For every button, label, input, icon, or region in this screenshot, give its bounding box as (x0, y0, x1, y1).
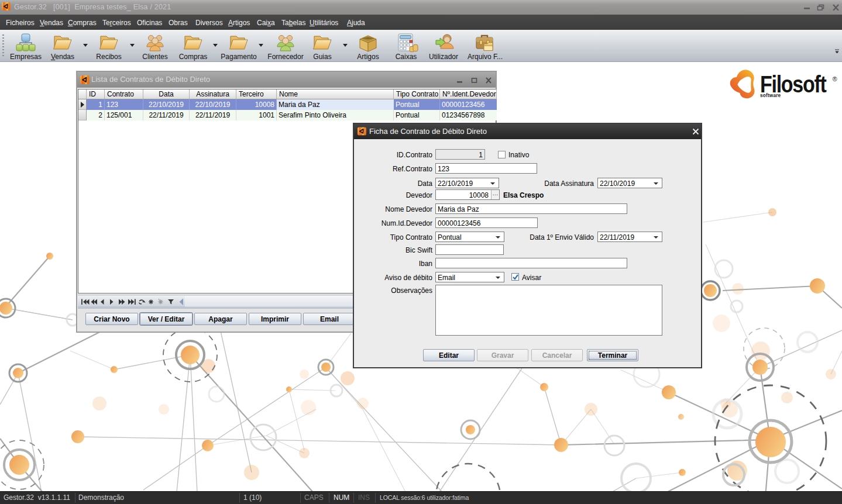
svg-text:®: ® (833, 75, 837, 82)
svg-text:software: software (760, 93, 781, 98)
